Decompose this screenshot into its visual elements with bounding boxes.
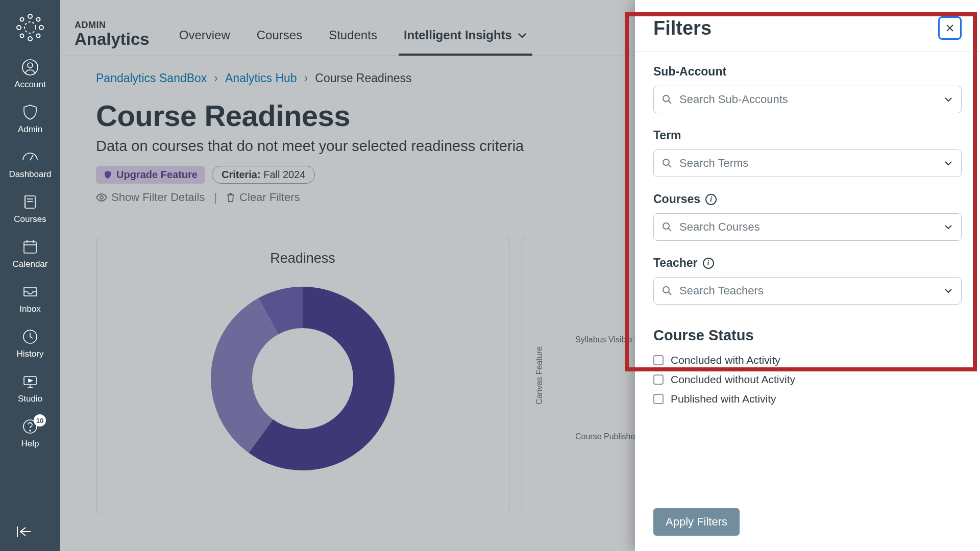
chevron-down-icon [944,96,953,103]
svg-line-38 [669,229,671,231]
nav-help[interactable]: 10 Help [0,411,60,456]
nav-account[interactable]: Account [0,52,60,97]
eye-icon [96,193,107,202]
breadcrumb-link[interactable]: Analytics Hub [225,71,297,85]
nav-label: Account [14,80,45,90]
svg-point-27 [30,430,31,431]
svg-line-11 [30,155,33,160]
nav-admin[interactable]: Admin [0,97,60,142]
svg-point-3 [17,26,21,30]
tab-students[interactable]: Students [327,28,379,56]
tab-courses[interactable]: Courses [255,28,304,56]
svg-point-33 [663,95,669,102]
brand-line1: ADMIN [75,20,150,31]
search-icon [662,94,672,105]
brand-block: ADMIN Analytics [75,20,150,56]
chevron-right-icon: › [304,71,308,85]
checkbox-label: Published with Activity [671,393,776,405]
app-logo [15,12,45,43]
chevron-right-icon: › [214,71,218,85]
filters-panel: Filters Sub-AccountSearch Sub-AccountsTe… [635,0,980,551]
filter-combobox[interactable]: Search Teachers [653,277,962,305]
card-title: Readiness [109,251,497,266]
svg-point-8 [37,34,40,38]
filter-label: Teacheri [653,256,962,270]
nav-label: Calendar [13,259,48,269]
nav-courses[interactable]: Courses [0,187,60,232]
user-circle-icon [21,58,39,77]
shield-filled-icon [103,170,112,180]
filter-label: Coursesi [653,192,962,206]
svg-point-4 [39,26,43,30]
criteria-chip[interactable]: Criteria: Fall 2024 [212,166,315,184]
search-icon [662,286,672,296]
svg-point-6 [37,18,40,21]
filter-label: Sub-Account [653,65,962,79]
chevron-down-icon [517,32,527,39]
course-status-checkbox[interactable]: Concluded with Activity [653,354,962,366]
info-icon[interactable]: i [705,194,717,205]
breadcrumb-link[interactable]: Pandalytics SandBox [96,71,207,85]
course-status-checkbox[interactable]: Concluded without Activity [653,373,962,386]
filter-combobox[interactable]: Search Terms [653,149,962,177]
filter-combobox[interactable]: Search Courses [653,213,962,241]
filter-field: TermSearch Terms [653,129,962,177]
svg-point-30 [100,196,103,199]
monitor-icon [21,372,39,391]
y-axis-label: Canvas Feature [535,346,544,405]
nav-label: Inbox [19,304,41,314]
readiness-card: Readiness [96,238,509,513]
chevron-down-icon [944,160,953,166]
trash-icon [226,192,235,203]
svg-line-34 [669,101,671,104]
svg-point-0 [24,22,36,33]
placeholder-text: Search Teachers [679,284,937,297]
filter-field: CoursesiSearch Courses [653,192,962,241]
nav-dashboard[interactable]: Dashboard [0,142,60,187]
checkbox-box [653,394,664,404]
collapse-nav-button[interactable] [0,524,60,539]
gauge-icon [21,148,39,166]
filter-combobox[interactable]: Search Sub-Accounts [653,86,962,113]
shield-icon [21,103,39,121]
clock-icon [21,328,39,346]
svg-rect-14 [24,242,36,253]
filter-field: TeacheriSearch Teachers [653,256,962,305]
nav-history[interactable]: History [0,321,60,366]
brand-line2: Analytics [75,31,150,48]
svg-point-39 [663,287,669,293]
show-filter-details-link[interactable]: Show Filter Details [96,191,205,204]
readiness-donut-chart [201,277,405,481]
svg-point-37 [663,223,669,229]
checkbox-label: Concluded with Activity [671,354,780,366]
apply-filters-button[interactable]: Apply Filters [653,508,740,536]
feature-row-label: Course Published [575,432,640,441]
course-status-heading: Course Status [653,327,962,344]
svg-line-40 [669,292,671,295]
svg-point-2 [28,37,32,41]
course-status-checkbox[interactable]: Published with Activity [653,393,962,405]
tab-overview[interactable]: Overview [177,28,232,56]
checkbox-box [653,374,664,385]
filters-header: Filters [635,0,980,52]
nav-calendar[interactable]: Calendar [0,232,60,277]
placeholder-text: Search Sub-Accounts [679,93,937,106]
tab-intelligent-insights[interactable]: Intelligent Insights [402,28,529,56]
nav-inbox[interactable]: Inbox [0,277,60,321]
upgrade-feature-chip[interactable]: Upgrade Feature [96,166,205,184]
nav-label: Studio [18,394,42,404]
inbox-icon [21,283,39,301]
info-icon[interactable]: i [703,258,714,269]
close-button[interactable] [938,16,962,40]
close-icon [945,23,954,33]
chevron-down-icon [944,224,953,230]
svg-point-7 [20,34,24,38]
checkbox-box [653,355,664,365]
clear-filters-link[interactable]: Clear Filters [226,191,300,204]
nav-studio[interactable]: Studio [0,366,60,411]
top-tabs: Overview Courses Students Intelligent In… [177,0,529,56]
svg-point-35 [663,159,669,165]
filters-title: Filters [653,17,712,39]
nav-label: Courses [14,214,46,224]
book-icon [21,193,39,211]
